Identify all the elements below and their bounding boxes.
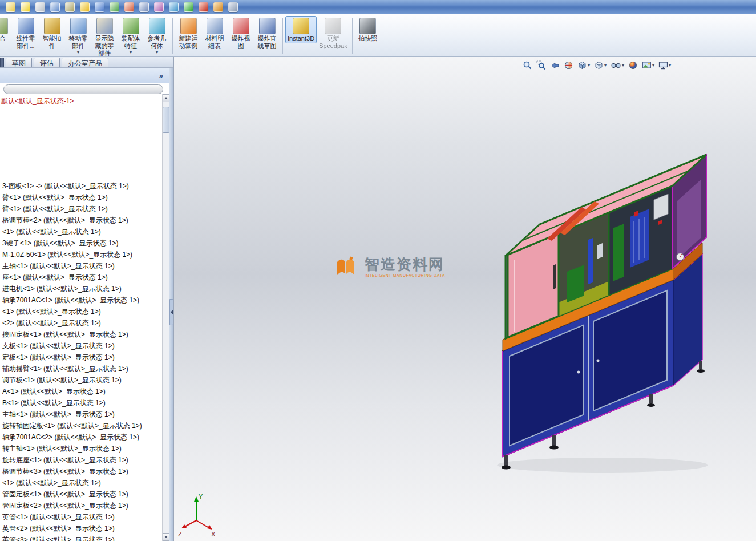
rebuild-icon[interactable] <box>110 2 119 12</box>
mate-icon <box>0 18 8 34</box>
model-3d-view[interactable] <box>488 148 717 479</box>
section-view-icon[interactable] <box>563 60 574 71</box>
button-label: 爆炸直 线草图 <box>258 35 277 50</box>
tree-item[interactable]: 管固定板<2> (默认<<默认>_显示状态 1>) <box>2 500 161 511</box>
reference-geometry-button[interactable]: 参考几 何体 ▾ <box>144 16 170 56</box>
tree-item[interactable]: 主轴<1> (默认<<默认>_显示状态 1>) <box>2 260 161 272</box>
tree-item[interactable]: 3键子<1> (默认<<默认>_显示状态 1>) <box>2 237 161 249</box>
checkbox-icon[interactable] <box>35 2 45 12</box>
smart-fasteners-button[interactable]: 智能扣 件 <box>39 16 65 51</box>
linear-pattern-button[interactable]: 线性零 部件... <box>13 16 39 51</box>
assembly-features-button[interactable]: 装配体 特征 ▾ <box>118 16 144 56</box>
collapse-arrow-icon <box>171 310 173 314</box>
tree-item[interactable]: 支板<1> (默认<<默认>_显示状态 1>) <box>2 340 161 352</box>
update-speedpak-icon <box>325 18 341 34</box>
tab-office-products[interactable]: 办公室产品 <box>62 58 108 67</box>
tree-item[interactable]: 3-面板<1> -> (默认<<默认>_显示状态 1>) <box>2 180 161 192</box>
snapshot-icon[interactable] <box>213 2 223 12</box>
tree-item[interactable]: 定板<1> (默认<<默认>_显示状态 1>) <box>2 352 161 363</box>
button-label: 拍快照 <box>358 35 377 42</box>
tree-item[interactable]: 轴承7001AC<2> (默认<<默认>_显示状态 1>) <box>2 431 161 443</box>
update-speedpak-button[interactable]: 更新 Speedpak <box>317 16 350 51</box>
zoom-area-icon[interactable] <box>536 60 547 71</box>
sigma-icon[interactable] <box>50 2 60 12</box>
instant3d-icon <box>293 18 309 34</box>
edit-color-icon[interactable] <box>124 2 134 12</box>
stop-icon[interactable] <box>199 2 208 12</box>
tree-item[interactable]: 调节板<1> (默认<<默认>_显示状态 1>) <box>2 374 161 386</box>
appearance-icon[interactable] <box>154 2 164 12</box>
show-hidden-components-icon <box>96 18 113 34</box>
tree-item[interactable]: 英管<1> (默认<<默认>_显示状态 1>) <box>2 511 161 523</box>
button-label: 移动零 部件 <box>69 35 88 50</box>
tree-item[interactable]: 格调节棒<3> (默认<<默认>_显示状态 1>) <box>2 466 161 477</box>
tree-item[interactable]: 接固定板<1> (默认<<默认>_显示状态 1>) <box>2 329 161 340</box>
tree-item[interactable]: 格调节棒<2> (默认<<默认>_显示状态 1>) <box>2 215 161 226</box>
table-icon[interactable] <box>139 2 149 12</box>
tree-item[interactable]: 轴承7001AC<1> (默认<<默认>_显示状态 1>) <box>2 294 161 306</box>
help-icon[interactable] <box>228 2 238 12</box>
chevron-down-icon: ▾ <box>588 63 590 68</box>
explode-line-sketch-button[interactable]: 爆炸直 线草图 <box>254 16 280 51</box>
tree-item[interactable]: 管固定板<1> (默认<<默认>_显示状态 1>) <box>2 488 161 500</box>
tab-sketch[interactable]: 草图 <box>6 58 32 67</box>
tree-item[interactable]: <2> (默认<<默认>_显示状态 1>) <box>2 317 161 329</box>
feature-tree: 3-面板<1> -> (默认<<默认>_显示状态 1>) 臂<1> (默认<<默… <box>2 180 161 541</box>
button-label: 线性零 部件... <box>17 35 35 50</box>
panel-expand-icon[interactable]: » <box>159 71 163 80</box>
tree-item[interactable]: 英管<2> (默认<<默认>_显示状态 1>) <box>2 523 161 534</box>
configuration-label[interactable]: 默认<默认_显示状态-1> <box>1 96 74 106</box>
file-icon[interactable] <box>6 2 15 12</box>
tree-item[interactable]: A<1> (默认<<默认>_显示状态 1>) <box>2 386 161 397</box>
tree-item[interactable]: B<1> (默认<<默认>_显示状态 1>) <box>2 397 161 409</box>
measure-icon[interactable] <box>65 2 75 12</box>
tree-item[interactable]: <1> (默认<<默认>_显示状态 1>) <box>2 477 161 488</box>
tab-partial[interactable] <box>0 58 4 67</box>
ribbon-separator <box>172 18 173 54</box>
previous-view-icon[interactable] <box>549 60 560 71</box>
zoom-fit-icon[interactable] <box>522 60 533 71</box>
tree-scrollbar[interactable] <box>162 94 169 541</box>
show-hidden-components-button[interactable]: 显示隐 藏的零 部件 <box>91 16 118 58</box>
watermark-logo-icon <box>333 255 359 280</box>
view-orientation-icon[interactable]: ▾ <box>577 60 591 71</box>
move-icon[interactable] <box>95 2 104 12</box>
tree-item[interactable]: 英管<3> (默认<<默认>_显示状态 1>) <box>2 534 161 541</box>
panel-splitter[interactable] <box>169 68 173 541</box>
hide-show-items-icon[interactable]: ▾ <box>610 60 625 71</box>
take-snapshot-button[interactable]: 拍快照 <box>355 16 381 43</box>
tree-item[interactable]: 座<1> (默认<<默认>_显示状态 1>) <box>2 272 161 283</box>
tree-item[interactable]: 旋转底座<1> (默认<<默认>_显示状态 1>) <box>2 454 161 466</box>
check-icon[interactable] <box>184 2 193 12</box>
tree-item[interactable]: 进电机<1> (默认<<默认>_显示状态 1>) <box>2 283 161 294</box>
instant3d-button[interactable]: Instant3D <box>285 16 317 43</box>
tree-item[interactable]: 旋转轴固定板<1> (默认<<默认>_显示状态 1>) <box>2 420 161 431</box>
tree-item[interactable]: 辅助摇臂<1> (默认<<默认>_显示状态 1>) <box>2 363 161 374</box>
take-snapshot-icon <box>359 18 376 34</box>
ribbon-separator <box>282 18 283 54</box>
tree-item[interactable]: <1> (默认<<默认>_显示状态 1>) <box>2 306 161 317</box>
exploded-view-button[interactable]: 爆炸视 图 <box>228 16 254 51</box>
view-settings-icon[interactable]: ▾ <box>658 60 672 71</box>
tree-item[interactable]: <1> (默认<<默认>_显示状态 1>) <box>2 226 161 237</box>
favorites-icon[interactable] <box>21 2 30 12</box>
display-style-icon[interactable]: ▾ <box>593 60 607 71</box>
globe-icon[interactable] <box>169 2 179 12</box>
tree-item[interactable]: 转主轴<1> (默认<<默认>_显示状态 1>) <box>2 443 161 454</box>
panel-header-capsule[interactable] <box>3 84 163 94</box>
tree-item[interactable]: 臂<1> (默认<<默认>_显示状态 1>) <box>2 192 161 203</box>
tree-item[interactable]: 臂<1> (默认<<默认>_显示状态 1>) <box>2 203 161 215</box>
mass-properties-icon[interactable] <box>80 2 90 12</box>
heads-up-view-toolbar: ▾ ▾ ▾ ▾ ▾ <box>522 59 672 71</box>
move-component-icon <box>70 18 87 34</box>
tree-item[interactable]: 主轴<1> (默认<<默认>_显示状态 1>) <box>2 409 161 420</box>
tab-evaluate[interactable]: 评估 <box>34 58 60 67</box>
tree-item[interactable]: M-1.0Z-50<1> (默认<<默认>_显示状态 1>) <box>2 249 161 260</box>
mate-button[interactable]: 配合 <box>0 16 13 43</box>
apply-scene-icon[interactable]: ▾ <box>641 60 655 71</box>
new-motion-study-button[interactable]: 新建运 动算例 <box>175 16 201 51</box>
move-component-button[interactable]: 移动零 部件 ▾ <box>65 16 91 56</box>
bill-of-materials-button[interactable]: 材料明 细表 <box>201 16 228 51</box>
triad-y-label: Y <box>199 493 203 500</box>
edit-appearance-icon[interactable] <box>628 60 638 71</box>
